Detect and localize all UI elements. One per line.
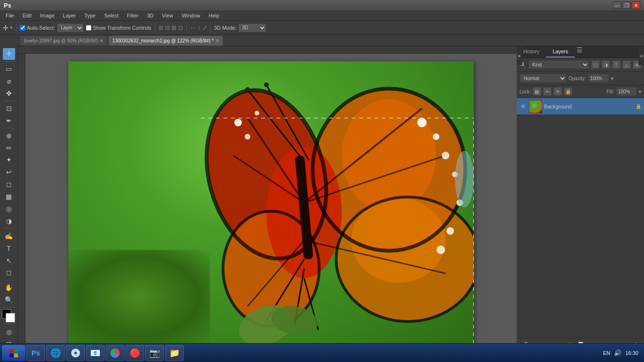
tab-file2-label: 1300302632_monarch2.jpg @ 122% (RGB/8#) … [112,38,214,43]
taskbar-mail[interactable]: 📧 [86,345,105,361]
blur-tool[interactable]: ◎ [3,203,15,215]
filter-pixel-icon[interactable]: ◻ [591,60,600,69]
tab-file1-close[interactable]: ✕ [99,38,103,43]
toolbar-top: ✛ ▾ Auto-Select: Layer Group Show Transf… [0,21,644,35]
svg-point-32 [264,82,269,87]
blend-mode-select[interactable]: Normal Multiply Screen Overlay [520,74,567,83]
layer-thumbnail [529,100,542,113]
taskbar-cd[interactable]: 💿 [66,345,85,361]
taskbar-folder[interactable]: 📁 [165,345,184,361]
pen-tool[interactable]: ✍ [3,230,15,242]
menu-bar: File Edit Image Layer Type Select Filter… [0,10,644,21]
move-tool[interactable]: ✛ [3,48,15,60]
quick-select-tool[interactable]: ✤ [3,88,15,99]
menu-window[interactable]: Window [178,12,204,19]
taskbar-time: 16:30 [625,350,638,356]
svg-rect-41 [14,354,18,357]
start-button[interactable] [2,345,25,361]
windows-logo-icon [9,348,18,358]
3d-mode-dropdown[interactable]: 3D [238,23,266,33]
lock-icons: ▦ ✏ ✛ 🔒 [533,87,572,96]
layer-visibility-toggle[interactable]: 👁 [520,103,527,110]
tabs-bar: tsvetyi-10997.jpg @ 50% (RGB/8#) ✕ 13003… [18,35,644,46]
svg-point-21 [433,133,439,140]
healing-tool[interactable]: ⊕ [3,130,15,141]
filter-adjust-icon[interactable]: ◑ [602,60,610,69]
menu-image[interactable]: Image [36,12,58,19]
auto-select-dropdown[interactable]: Layer Group [57,23,84,33]
fill-label: Fill: [606,89,614,94]
move-tool-indicator: ✛ ▾ [3,24,13,32]
lasso-tool[interactable]: ⌀ [3,75,15,87]
foreground-color[interactable] [2,309,16,323]
menu-help[interactable]: Help [205,12,223,19]
panel-collapse-left[interactable]: ◀ [638,46,644,65]
quick-mask-tool[interactable]: ◎ [3,326,15,337]
minimize-button[interactable]: — [613,1,621,9]
tab-file2[interactable]: 1300302632_monarch2.jpg @ 122% (RGB/8#) … [108,35,223,46]
title-bar-controls[interactable]: — ❐ ✕ [613,1,640,9]
layers-filter-select[interactable]: Kind [528,60,589,69]
svg-rect-38 [9,349,13,353]
tab-file2-close[interactable]: ✕ [215,38,219,43]
tab-layers[interactable]: Layers [546,46,575,58]
eyedropper-tool[interactable]: ✒ [3,115,15,126]
fill-input[interactable] [616,87,637,96]
menu-filter[interactable]: Filter [123,12,142,19]
taskbar-ie[interactable]: 🌐 [46,345,65,361]
taskbar-camera[interactable]: 📷 [145,345,164,361]
taskbar-volume-icon[interactable]: 🔊 [614,349,621,356]
menu-edit[interactable]: Edit [19,12,35,19]
history-brush-tool[interactable]: ↩ [3,166,15,178]
fill-arrow[interactable]: ▾ [639,89,641,94]
auto-select-checkbox[interactable] [20,25,25,31]
ruler-left [18,54,25,352]
toolbar-separator-1 [16,23,17,33]
path-tool[interactable]: ↖ [3,255,15,266]
restore-button[interactable]: ❐ [622,1,631,9]
shape-tool[interactable]: ◻ [3,267,15,279]
menu-type[interactable]: Type [81,12,99,19]
taskbar-firefox[interactable]: 🔴 [125,345,144,361]
menu-select[interactable]: Select [100,12,123,19]
lock-brush-icon[interactable]: ✏ [543,87,552,96]
menu-layer[interactable]: Layer [59,12,80,19]
zoom-tool[interactable]: 🔍 [3,294,15,306]
panel-menu-icon[interactable]: ☰ [575,46,585,58]
tab-file1[interactable]: tsvetyi-10997.jpg @ 50% (RGB/8#) ✕ [20,35,107,46]
show-transform-label: Show Transform Controls [93,25,151,31]
panel-tabs: History Layers ☰ [517,46,644,58]
dodge-tool[interactable]: ◑ [3,215,15,227]
layer-row-background[interactable]: 👁 Background 🔒 [517,98,644,115]
close-button[interactable]: ✕ [632,1,640,9]
marquee-tool[interactable]: ▭ [3,63,15,75]
taskbar-photoshop[interactable]: Ps [26,345,45,361]
lock-position-icon[interactable]: ✛ [553,87,562,96]
gradient-tool[interactable]: ▦ [3,191,15,203]
svg-point-18 [245,134,250,140]
opacity-input[interactable] [588,74,609,83]
tool-separator-6 [3,307,15,308]
lock-transparent-icon[interactable]: ▦ [533,87,541,96]
svg-rect-40 [9,354,13,357]
taskbar-chrome[interactable] [106,345,124,361]
clone-tool[interactable]: ✦ [3,154,15,166]
menu-file[interactable]: File [2,12,18,19]
filter-type-icon[interactable]: T [612,60,620,69]
brush-tool[interactable]: ✏ [3,142,15,154]
auto-select-label: Auto-Select: [27,25,55,31]
panel-collapse-right[interactable]: ▶ [517,46,522,65]
svg-point-27 [455,151,474,207]
opacity-arrow[interactable]: ▾ [611,76,613,81]
menu-view[interactable]: View [158,12,177,19]
hand-tool[interactable]: ✋ [3,282,15,294]
eraser-tool[interactable]: ◻ [3,179,15,190]
show-transform-checkbox[interactable] [86,25,91,31]
filter-shape-icon[interactable]: △ [622,60,631,69]
folder-icon: 📁 [169,348,180,358]
menu-3d[interactable]: 3D [143,12,157,19]
text-tool[interactable]: T [3,242,15,254]
lock-all-icon[interactable]: 🔒 [564,87,572,96]
crop-tool[interactable]: ⊡ [3,102,15,114]
layer-thumb-image [529,100,542,113]
